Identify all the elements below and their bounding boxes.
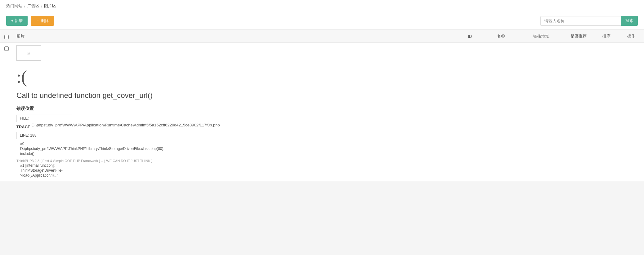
header-actions: 操作 bbox=[619, 33, 644, 39]
error-trace: #0 D:\phpstudy_pro\WWW\APP\ThinkPHP\Libr… bbox=[16, 141, 640, 178]
header-sort: 排序 bbox=[594, 33, 619, 39]
breadcrumb-sep-2: / bbox=[41, 4, 42, 8]
error-line-label: LINE: 188 bbox=[16, 132, 72, 139]
header-image: 图片 bbox=[13, 33, 458, 39]
trace-item-2: include() bbox=[16, 152, 640, 156]
trace-item-0: #0 bbox=[16, 142, 640, 146]
table-row: 🖼 :( Call to undefined function get_cove… bbox=[0, 43, 644, 181]
header-id: ID bbox=[458, 34, 482, 39]
table-header: 图片 ID 名称 链接地址 是否推荐 排序 操作 bbox=[0, 30, 644, 43]
error-face: :( bbox=[16, 68, 640, 86]
breadcrumb-adzone[interactable]: 广告区 bbox=[27, 3, 39, 9]
trace-item-4: Think\Storage\Driver\File- bbox=[16, 168, 640, 173]
select-all-checkbox[interactable] bbox=[4, 35, 9, 39]
error-title: Call to undefined function get_cover_url… bbox=[16, 91, 640, 100]
row-checkbox-cell[interactable] bbox=[0, 43, 13, 181]
main-area: 图片 ID 名称 链接地址 是否推荐 排序 操作 🖼 :( Call to un… bbox=[0, 30, 644, 181]
thinkphp-info: ThinkPHP3.2.3 { Fast & Simple OOP PHP Fr… bbox=[16, 159, 640, 163]
search-input[interactable] bbox=[540, 16, 621, 26]
search-button[interactable]: 搜索 bbox=[621, 16, 638, 26]
header-recommended: 是否推荐 bbox=[563, 33, 594, 39]
image-thumbnail: 🖼 bbox=[16, 45, 41, 61]
row-checkbox[interactable] bbox=[4, 46, 9, 51]
trace-item-1: D:\phpstudy_pro\WWW\APP\ThinkPHP\Library… bbox=[16, 147, 640, 151]
header-name: 名称 bbox=[482, 33, 520, 39]
breadcrumb-home[interactable]: 热门网站 bbox=[6, 3, 22, 9]
trace-item-5: >load('/Application/R...' bbox=[16, 173, 640, 178]
error-section-title: 错误位置 bbox=[16, 106, 640, 112]
delete-button[interactable]: － 删除 bbox=[31, 16, 54, 26]
breadcrumb-current: 图片区 bbox=[44, 3, 56, 9]
trace-item-3: #1 [internal function]: bbox=[16, 163, 640, 168]
add-button[interactable]: + 新增 bbox=[6, 16, 28, 26]
search-area: 搜索 bbox=[540, 16, 638, 26]
error-file-label: FILE: bbox=[16, 115, 72, 122]
toolbar: + 新增 － 删除 搜索 bbox=[0, 12, 644, 30]
error-file-path: D:\phpstudy_pro\WWW\APP\Application\Runt… bbox=[32, 123, 220, 127]
breadcrumb-sep-1: / bbox=[24, 4, 25, 8]
header-checkbox-cell[interactable] bbox=[0, 33, 13, 39]
header-link: 链接地址 bbox=[520, 33, 563, 39]
breadcrumb: 热门网站 / 广告区 / 图片区 bbox=[0, 0, 644, 12]
error-trace-label: TRACE bbox=[16, 125, 30, 129]
